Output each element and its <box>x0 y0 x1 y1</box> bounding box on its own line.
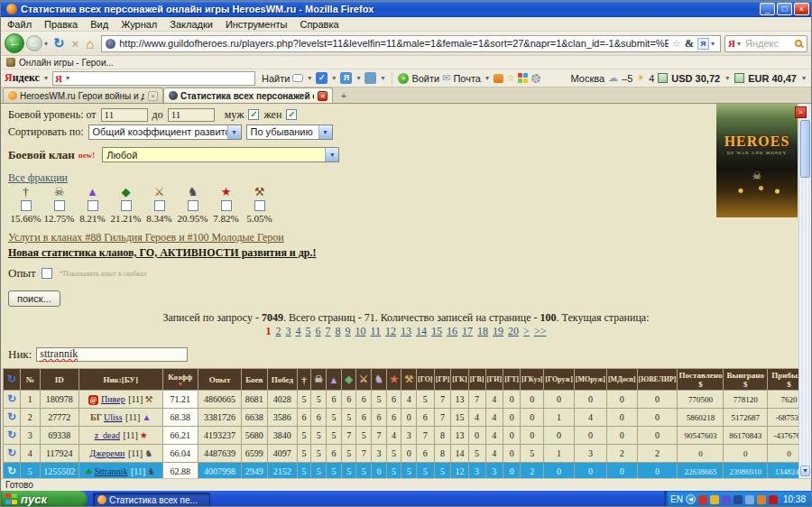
weather-city[interactable]: Москва <box>571 73 605 84</box>
magnifier-icon[interactable] <box>795 40 802 47</box>
translate-dropdown-icon[interactable]: ▾ <box>356 74 360 82</box>
page-link[interactable]: 12 <box>385 325 396 337</box>
order-select[interactable]: По убыванию ▼ <box>246 124 333 140</box>
menu-item[interactable]: Файл <box>1 18 38 31</box>
page-link[interactable]: 15 <box>431 325 442 337</box>
heroes-banner[interactable]: HEROES OF WAR AND MONEY ☠ <box>716 104 798 217</box>
clan-services-link[interactable]: Услуги в кланах #88 Гильдия Героев и #10… <box>8 231 284 244</box>
start-button[interactable]: пуск <box>1 491 88 507</box>
tab-statistics[interactable]: Статистика всех персонажей о... × <box>163 88 333 103</box>
bookmark-item[interactable]: Онлайн игры - Герои... <box>19 58 114 68</box>
page-link[interactable]: 5 <box>306 325 311 337</box>
page-link[interactable]: 9 <box>346 325 351 337</box>
translate-addon-icon[interactable]: Я <box>697 38 709 50</box>
row-refresh-icon[interactable]: ↻ <box>7 429 16 441</box>
display-tray-icon[interactable] <box>734 495 743 504</box>
widgets-icon[interactable] <box>518 73 529 84</box>
menu-item[interactable]: Справка <box>293 18 345 31</box>
female-checkbox[interactable]: ✓ <box>286 109 297 120</box>
reload-button[interactable]: ↻ <box>53 35 65 51</box>
yandex-engine-icon[interactable]: Я <box>728 38 735 49</box>
menu-item[interactable]: Закладки <box>163 18 219 31</box>
faction-checkbox[interactable] <box>121 200 132 211</box>
page-link[interactable]: 3 <box>286 325 291 337</box>
page-link[interactable]: 20 <box>508 325 519 337</box>
pages-dropdown-icon[interactable]: ▾ <box>381 74 384 82</box>
mail-dropdown-icon[interactable]: ▾ <box>485 74 489 82</box>
services-icon[interactable] <box>494 74 503 83</box>
level-to-input[interactable]: 11 <box>168 108 215 122</box>
chevron-down-icon[interactable]: ▼ <box>227 125 241 139</box>
faction-checkbox[interactable] <box>221 200 232 211</box>
network-tray-icon[interactable] <box>745 495 754 504</box>
yandex-logo-dropdown-icon[interactable]: ▾ <box>44 74 48 82</box>
faction-checkbox[interactable] <box>254 200 265 211</box>
bookmark-star-icon[interactable]: ☆ <box>672 38 681 50</box>
search-button[interactable]: поиск... <box>8 290 60 307</box>
security-tray-icon[interactable] <box>769 495 778 504</box>
menu-item[interactable]: Инструменты <box>219 18 294 31</box>
page-link[interactable]: 2 <box>276 325 281 337</box>
header-coeff[interactable]: Коэфф▼ <box>163 369 198 390</box>
scroll-down-icon[interactable]: ▼ <box>800 466 810 476</box>
comment-icon[interactable] <box>292 74 303 82</box>
page-link[interactable]: 18 <box>477 325 488 337</box>
page-next-link[interactable]: > <box>523 325 530 337</box>
faction-checkbox[interactable] <box>154 200 165 211</box>
player-link[interactable]: z_dead <box>95 430 120 440</box>
page-link[interactable]: 8 <box>336 325 341 337</box>
minimize-button[interactable]: _ <box>760 3 775 15</box>
update-tray-icon[interactable] <box>757 495 766 504</box>
row-refresh-icon[interactable]: ↻ <box>7 465 16 477</box>
translate-icon[interactable]: Я <box>340 72 352 84</box>
row-refresh-icon[interactable]: ↻ <box>7 392 16 405</box>
page-link[interactable]: 4 <box>296 325 301 337</box>
login-button[interactable]: Войти <box>411 73 439 84</box>
maximize-button[interactable]: □ <box>777 3 792 15</box>
stop-button[interactable]: × <box>72 37 79 51</box>
home-button[interactable]: ⌂ <box>86 36 94 51</box>
refresh-icon[interactable]: ↻ <box>7 373 16 385</box>
search-placeholder[interactable]: Яндекс <box>745 38 795 49</box>
page-link[interactable]: 16 <box>447 325 457 337</box>
back-button[interactable]: ← <box>5 33 24 53</box>
app-tray-icon[interactable] <box>722 495 731 504</box>
page-link[interactable]: 10 <box>355 325 366 337</box>
male-checkbox[interactable]: ✓ <box>248 109 259 120</box>
usd-dropdown-icon[interactable]: ▾ <box>725 74 729 82</box>
engine-dropdown-icon[interactable]: ▾ <box>737 40 741 48</box>
taskbar-task-firefox[interactable]: Статистика всех пе... <box>93 493 210 507</box>
tab-close-icon[interactable]: × <box>148 91 158 101</box>
new-tab-button[interactable]: + <box>337 89 351 103</box>
player-link[interactable]: Джереми <box>89 448 125 458</box>
chevron-down-icon[interactable]: ▼ <box>325 148 338 161</box>
menu-item[interactable]: Журнал <box>115 18 163 31</box>
yandex-logo[interactable]: Яндекс <box>5 71 40 85</box>
eur-dropdown-icon[interactable]: ▾ <box>802 74 806 82</box>
nick-input[interactable]: sttrannik <box>36 347 188 362</box>
favorites-icon[interactable]: ☆ <box>506 72 515 84</box>
yandex-input-caret-icon[interactable]: ▾ <box>66 74 69 82</box>
tab-close-icon[interactable]: × <box>318 91 328 101</box>
search-box[interactable]: Я ▾ Яндекс <box>724 35 807 52</box>
tab-heroeswm[interactable]: HeroesWM.ru Герои войны и денег. ... × <box>3 88 163 103</box>
level-from-input[interactable]: 11 <box>101 108 148 122</box>
ampersand-addon-icon[interactable]: & <box>685 37 694 51</box>
vertical-scrollbar[interactable]: ▼ <box>798 104 811 478</box>
player-link[interactable]: Uliss <box>104 412 123 422</box>
history-dropdown-icon[interactable]: ▾ <box>44 40 48 48</box>
page-link[interactable]: 11 <box>371 325 382 337</box>
all-factions-link[interactable]: Все фракции <box>8 171 68 184</box>
new-statistics-link[interactable]: Новая статистика кланов, ГО, АКТИВНОСТИ … <box>8 246 317 259</box>
comment-dropdown-icon[interactable]: ▾ <box>308 74 311 82</box>
url-text[interactable]: http://www.guildofheroes.ru/players.php?… <box>119 38 669 49</box>
sort-select[interactable]: Общий коэффициент развитости ▼ <box>88 124 242 140</box>
page-link[interactable]: 13 <box>401 325 411 337</box>
pages-icon[interactable] <box>364 72 376 84</box>
close-button[interactable]: × <box>794 3 809 15</box>
gear-icon[interactable] <box>531 74 540 83</box>
mail-button[interactable]: Почта <box>453 73 481 84</box>
faction-checkbox[interactable] <box>54 200 65 211</box>
tray-chevron-icon[interactable]: ◄ <box>686 494 696 504</box>
spellcheck-icon[interactable]: ✓ <box>316 72 328 84</box>
